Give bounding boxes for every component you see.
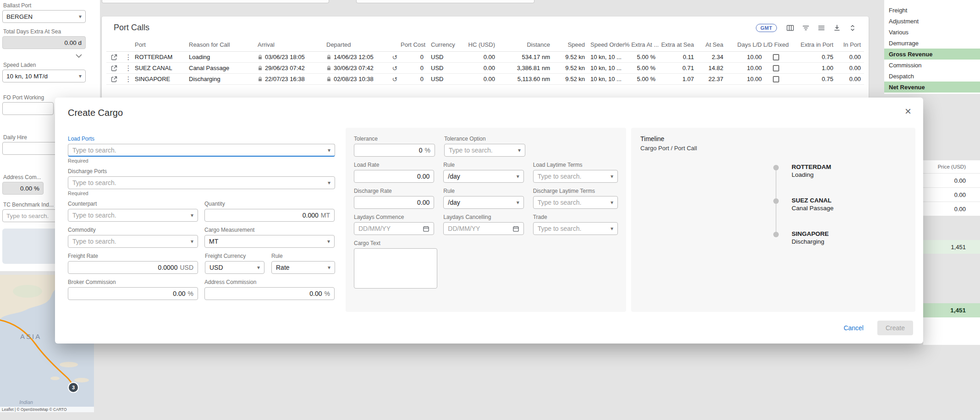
ld-fixed-checkbox[interactable] <box>773 65 779 71</box>
currency-cell[interactable]: USD <box>424 65 460 71</box>
laydays-cancelling-input[interactable]: DD/MM/YY <box>443 222 523 235</box>
open-row-icon[interactable] <box>106 76 122 82</box>
open-row-icon[interactable] <box>106 54 122 60</box>
col-speed[interactable]: Speed <box>550 41 585 48</box>
discharge-rate-input[interactable]: 0.00 <box>354 196 434 209</box>
ballast-port-select[interactable]: BERGEN ▾ <box>2 10 86 23</box>
col-port-cost[interactable]: Port Cost <box>401 41 424 48</box>
ld-fixed-checkbox[interactable] <box>773 54 779 60</box>
rows-icon[interactable] <box>817 24 826 32</box>
row-menu-icon[interactable]: ⋮ <box>122 64 135 72</box>
extra-in-port-cell[interactable]: 0.75 <box>790 76 833 82</box>
departed-cell[interactable]: 14/06/23 12:05 <box>326 54 389 60</box>
speed-order-cell[interactable]: 10 kn, 10 ... <box>585 76 624 82</box>
discharge-rule-select[interactable]: /day ▾ <box>443 196 523 209</box>
col-days-ld[interactable]: Days L/D <box>723 41 762 48</box>
row-menu-icon[interactable]: ⋮ <box>122 75 135 83</box>
revenue-list-item[interactable]: Commission <box>884 60 980 71</box>
extra-in-port-cell[interactable]: 0.75 <box>790 54 833 60</box>
close-icon[interactable]: × <box>905 106 911 117</box>
revenue-list-item[interactable]: Gross Revenue <box>884 49 980 60</box>
quantity-input[interactable]: 0.000 MT <box>204 209 335 222</box>
tolerance-option-input[interactable]: Type to search. ▾ <box>444 144 525 157</box>
load-ports-input[interactable]: Type to search. ▾ <box>68 144 335 157</box>
pct-extra-cell[interactable]: 5.00 % <box>624 76 655 82</box>
freight-rate-input[interactable]: 0.0000 USD <box>68 261 198 274</box>
history-icon[interactable]: ↺ <box>389 54 401 61</box>
arrival-cell[interactable]: 29/06/23 07:42 <box>258 65 326 71</box>
open-row-icon[interactable] <box>106 65 122 71</box>
load-rate-input[interactable]: 0.00 <box>354 170 434 183</box>
history-icon[interactable]: ↺ <box>389 76 401 83</box>
table-row[interactable]: ⋮ SUEZ CANAL Canal Passage 29/06/23 07:4… <box>106 63 864 74</box>
col-speed-order[interactable]: Speed Order <box>585 41 624 48</box>
counterpart-input[interactable]: Type to search. ▾ <box>68 209 198 222</box>
col-ld-fixed[interactable]: L/D Fixed <box>762 41 790 48</box>
discharge-ports-input[interactable]: Type to search. ▾ <box>68 176 335 189</box>
filter-icon[interactable] <box>802 24 810 32</box>
create-button[interactable]: Create <box>877 321 913 335</box>
speed-order-cell[interactable]: 10 kn, 10 ... <box>585 54 624 60</box>
col-currency[interactable]: Currency <box>424 41 460 48</box>
port-cost-cell[interactable]: 0 <box>401 54 424 60</box>
pct-extra-cell[interactable]: 5.00 % <box>624 54 655 60</box>
col-extra-at-sea[interactable]: Extra at Sea <box>655 41 694 48</box>
col-port[interactable]: Port <box>135 41 189 48</box>
calendar-icon[interactable] <box>512 225 519 232</box>
pct-extra-cell[interactable]: 5.00 % <box>624 65 655 71</box>
calendar-icon[interactable] <box>423 225 429 232</box>
tolerance-input[interactable]: 0 % <box>354 144 435 157</box>
cancel-button[interactable]: Cancel <box>843 324 864 332</box>
download-icon[interactable] <box>833 24 841 32</box>
speed-laden-select[interactable]: 10 kn, 10 MT/d ▾ <box>2 70 86 82</box>
ld-fixed-checkbox[interactable] <box>773 76 779 82</box>
gmt-badge[interactable]: GMT <box>756 24 777 32</box>
cargo-text-textarea[interactable] <box>354 248 437 289</box>
hc-cell[interactable]: 0.00 <box>460 76 495 82</box>
col-departed[interactable]: Departed <box>326 41 389 48</box>
currency-cell[interactable]: USD <box>424 76 460 82</box>
revenue-list-item[interactable]: Net Revenue <box>884 82 980 93</box>
row-menu-icon[interactable]: ⋮ <box>122 53 135 61</box>
departed-cell[interactable]: 02/08/23 10:38 <box>326 76 389 82</box>
col-distance[interactable]: Distance <box>495 41 550 48</box>
col-reason[interactable]: Reason for Call <box>189 41 258 48</box>
revenue-list-item[interactable]: Adjustment <box>884 16 980 27</box>
revenue-list-item[interactable]: Despatch <box>884 71 980 82</box>
table-row[interactable]: ⋮ ROTTERDAM Loading 03/06/23 18:05 14/06… <box>106 52 864 63</box>
hc-cell[interactable]: 0.00 <box>460 54 495 60</box>
commodity-input[interactable]: Type to search. ▾ <box>68 235 198 248</box>
address-commission-input[interactable]: 0.00 % <box>204 287 335 300</box>
ld-fixed-cell[interactable] <box>762 76 790 82</box>
col-arrival[interactable]: Arrival <box>258 41 326 48</box>
days-ld-cell[interactable]: 10.00 <box>723 54 762 60</box>
discharge-laytime-input[interactable]: Type to search. ▾ <box>533 196 618 209</box>
unfold-icon[interactable] <box>848 24 857 32</box>
fo-port-working-input[interactable] <box>2 102 54 115</box>
speed-order-cell[interactable]: 10 kn, 10 ... <box>585 65 624 71</box>
price-cell[interactable]: 0.00 <box>923 187 980 202</box>
freight-rule-select[interactable]: Rate ▾ <box>271 261 335 274</box>
table-row[interactable]: ⋮ SINGAPORE Discharging 22/07/23 16:38 0… <box>106 74 864 85</box>
arrival-cell[interactable]: 03/06/23 18:05 <box>258 54 326 60</box>
revenue-list-item[interactable]: Various <box>884 27 980 38</box>
freight-currency-select[interactable]: USD ▾ <box>205 261 264 274</box>
load-rule-select[interactable]: /day ▾ <box>443 170 523 183</box>
ld-fixed-cell[interactable] <box>762 54 790 60</box>
price-cell[interactable]: 0.00 <box>923 173 980 187</box>
departed-cell[interactable]: 30/06/23 07:42 <box>326 65 389 71</box>
ld-fixed-cell[interactable] <box>762 65 790 71</box>
col-extra-in-port[interactable]: Extra in Port <box>790 41 833 48</box>
price-cell[interactable]: 0.00 <box>923 202 980 216</box>
col-in-port[interactable]: In Port <box>833 41 861 48</box>
arrival-cell[interactable]: 22/07/23 16:38 <box>258 76 326 82</box>
currency-cell[interactable]: USD <box>424 54 460 60</box>
port-cost-cell[interactable]: 0 <box>401 65 424 71</box>
days-ld-cell[interactable]: 10.00 <box>723 65 762 71</box>
broker-commission-input[interactable]: 0.00 % <box>68 287 198 300</box>
laydays-commence-input[interactable]: DD/MM/YY <box>354 222 434 235</box>
col-at-sea[interactable]: At Sea <box>694 41 723 48</box>
history-icon[interactable]: ↺ <box>389 65 401 72</box>
load-laytime-input[interactable]: Type to search. ▾ <box>533 170 618 183</box>
revenue-list-item[interactable]: Freight <box>884 5 980 16</box>
